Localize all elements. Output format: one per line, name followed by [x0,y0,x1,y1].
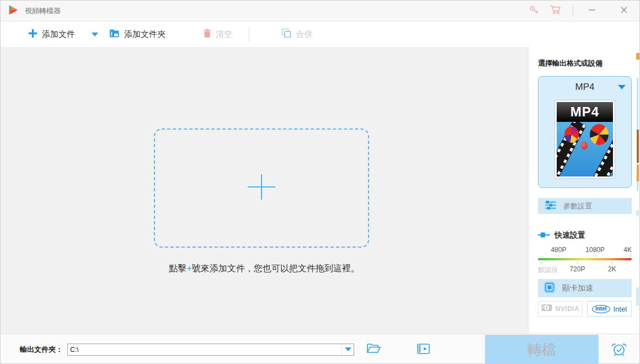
add-plus-icon [247,173,276,204]
slider-tick [595,254,596,257]
add-file-label: 添加文件 [42,29,75,40]
toolbar: 添加文件 添加文件夾 清空 [1,22,639,47]
convert-button[interactable]: 轉檔 [485,335,599,364]
format-chevron-down-icon [618,85,626,89]
sidebar-header: 選擇輸出格式或設備 [538,58,631,68]
content-area: 點擊+號來添加文件，您也可以把文件拖到這裡。 選擇輸出格式或設備 MP4 MP4 [1,47,639,334]
nvidia-logo-icon [541,304,552,314]
thumbnail-format-label: MP4 [570,104,599,120]
store-cart-button[interactable] [545,1,567,21]
slider-label-default: 默認值 [538,265,558,275]
quality-slider-track[interactable] [538,258,632,260]
output-path-combobox [67,344,354,356]
output-path-input[interactable] [68,344,342,355]
slider-label-720p: 720P [569,265,585,273]
slider-label-480p: 480P [551,246,566,254]
merge-button[interactable]: 合併 [276,22,318,47]
next-panel-fragment [636,210,639,216]
intel-button[interactable]: intel Intel [587,301,632,317]
alarm-clock-icon [611,342,627,359]
open-folder-icon [366,343,381,356]
minimize-button[interactable] [581,1,603,21]
slider-tick [630,254,631,257]
chevron-down-icon [92,33,98,36]
plus-icon [28,29,38,40]
add-folder-label: 添加文件夾 [124,29,166,40]
quality-slider: 480P 1080P 4K 默認值 720P 2K [538,246,632,274]
schedule-button[interactable] [611,342,627,359]
main-panel: 點擊+號來添加文件，您也可以把文件拖到這裡。 [1,47,528,334]
key-icon [529,4,540,18]
balloon-graphic [590,124,609,145]
parameter-settings-button[interactable]: 參數設置 [538,198,632,214]
add-file-button[interactable]: 添加文件 [23,22,81,47]
file-drop-zone[interactable] [154,129,369,248]
parameter-settings-label: 參數設置 [563,201,592,211]
trash-icon [203,29,211,40]
title-bar: 視頻轉檔器 [1,1,639,22]
balloon-graphic [581,142,588,149]
toolbar-divider [249,26,249,42]
chevron-down-icon [345,347,351,351]
quick-settings-header: 快速設置 [538,231,631,240]
minimize-icon [588,6,596,17]
slider-label-2k: 2K [608,265,616,273]
gpu-acceleration-label: 顯卡加速 [562,283,593,293]
intel-label: Intel [614,305,627,313]
drop-hint-text: 點擊+號來添加文件，您也可以把文件拖到這裡。 [1,263,528,275]
quick-slider-icon [538,231,550,240]
merge-label: 合併 [296,29,312,40]
chip-icon [543,281,556,295]
clear-label: 清空 [216,29,232,40]
footer-bar: 輸出文件夾： 轉檔 [1,334,639,364]
slider-label-1080p: 1080P [585,246,605,254]
close-button[interactable] [613,1,635,21]
next-panel-fragment [637,130,639,163]
quick-settings-label: 快速設置 [554,231,585,240]
nvidia-label: NVIDIA [556,305,580,313]
add-folder-button[interactable]: 添加文件夾 [104,22,171,47]
output-path-dropdown-button[interactable] [342,344,354,355]
next-panel-fragment [637,165,639,181]
clear-button[interactable]: 清空 [198,22,238,47]
merge-icon [281,28,291,40]
add-file-dropdown-button[interactable] [88,22,102,47]
intel-logo-icon: intel [592,305,610,313]
app-logo-icon [7,4,19,18]
app-title: 視頻轉檔器 [25,6,61,16]
titlebar-divider [573,5,573,17]
output-format-sidebar: 選擇輸出格式或設備 MP4 MP4 [528,47,635,334]
video-folder-icon [109,29,120,40]
selected-format-label: MP4 [538,82,631,93]
format-selector-card[interactable]: MP4 MP4 [538,76,632,188]
output-folder-label: 輸出文件夾： [20,345,63,355]
register-key-button[interactable] [523,1,545,21]
thumbnail-format-banner: MP4 [557,102,613,122]
slider-tick [541,261,541,264]
format-thumbnail: MP4 [554,100,615,179]
next-panel-edge [635,47,639,334]
nvidia-button[interactable]: NVIDIA [538,301,583,317]
browse-folder-button[interactable] [366,343,381,356]
slider-tick [577,261,578,264]
sliders-icon [545,200,557,212]
slider-tick [558,254,559,257]
gpu-acceleration-header[interactable]: 顯卡加速 [538,279,632,297]
cart-icon [550,4,562,18]
next-panel-fragment [636,287,639,306]
next-panel-fragment [636,53,639,60]
slider-tick [612,261,612,264]
video-file-icon [417,344,430,356]
slider-label-4k: 4K [623,246,632,254]
close-icon [620,6,628,17]
open-output-video-button[interactable] [417,344,430,356]
balloon-graphic [564,126,579,143]
gpu-vendor-buttons: NVIDIA intel Intel [538,301,632,317]
